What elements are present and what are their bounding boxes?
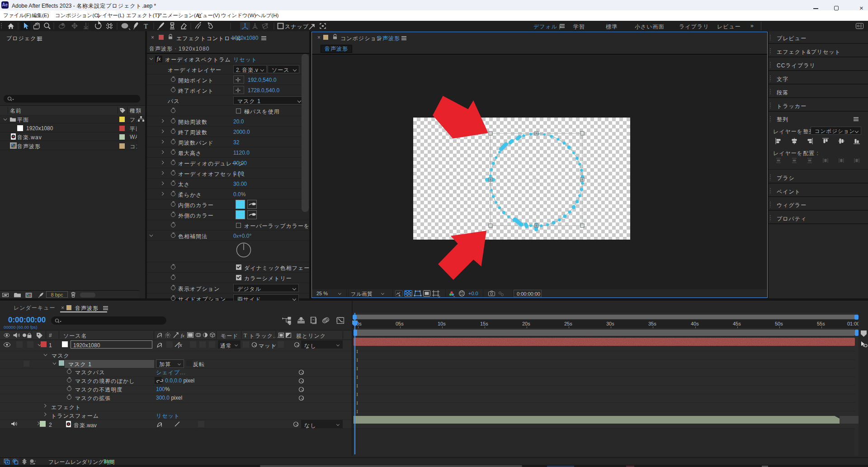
svg-text:fx: fx — [181, 333, 184, 338]
svg-text:T: T — [144, 23, 148, 30]
